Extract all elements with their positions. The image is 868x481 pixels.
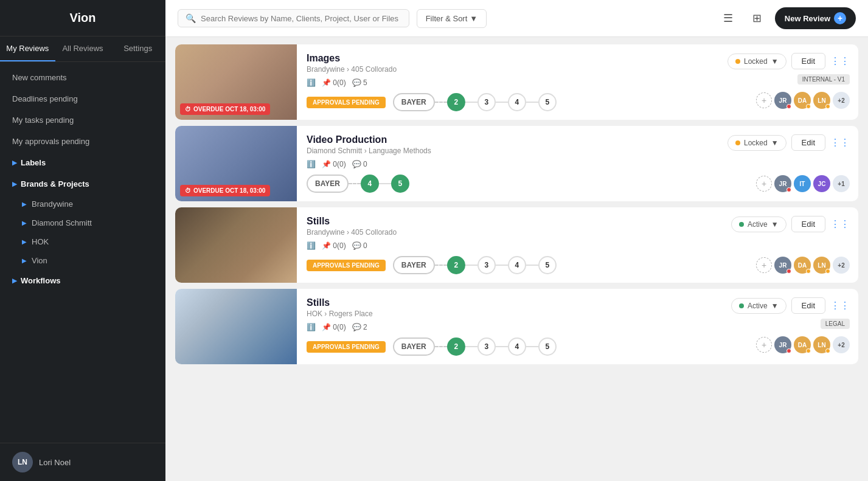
reviewer-dot-ln-sb — [825, 269, 830, 274]
sidebar-item-my-approvals-pending[interactable]: My approvals pending — [0, 131, 165, 152]
wf-step-4-sb: 4 — [508, 256, 526, 274]
comments-video: 💬 0 — [352, 160, 367, 168]
search-box[interactable]: 🔍 — [178, 9, 409, 27]
reviewer-ln-stills-brandywine: LN — [813, 257, 830, 274]
wf-line-sh-1 — [435, 346, 447, 347]
wf-label-images: BAYER — [393, 93, 435, 111]
sidebar-item-vion[interactable]: ▶ Vion — [0, 251, 165, 270]
wf-step-5-video: 5 — [391, 175, 409, 193]
wf-line-images-3 — [496, 102, 508, 103]
status-button-stills-brandywine[interactable]: Active ▼ — [731, 216, 786, 232]
review-thumb-images[interactable]: ⏱ OVERDUE OCT 18, 03:00 — [175, 44, 297, 120]
review-thumb-stills-hok[interactable] — [175, 289, 297, 364]
add-reviewer-button-images[interactable]: + — [756, 92, 772, 108]
wf-line-sh-4 — [526, 346, 538, 347]
more-button-images[interactable]: ⋮⋮ — [830, 55, 850, 67]
wf-step-5-sh: 5 — [538, 337, 557, 356]
reviewer-da-stills-brandywine: DA — [794, 257, 811, 274]
sidebar-item-brandywine[interactable]: ▶ Brandywine — [0, 195, 165, 213]
sidebar-item-new-comments[interactable]: New comments — [0, 67, 165, 88]
sidebar-footer: LN Lori Noel — [0, 443, 165, 481]
edit-button-video[interactable]: Edit — [791, 134, 825, 151]
more-button-stills-brandywine[interactable]: ⋮⋮ — [830, 218, 850, 230]
reviewer-avatars-images: + JR DA LN +2 — [756, 92, 850, 109]
tab-my-reviews[interactable]: My Reviews — [0, 36, 55, 61]
add-reviewer-button-stills-hok[interactable]: + — [756, 337, 772, 353]
pins-stills-hok: 📌 0(0) — [322, 323, 346, 331]
review-title-stills-brandywine[interactable]: Stills — [307, 216, 713, 227]
sidebar-section-brands[interactable]: ▶ Brands & Projects — [0, 173, 165, 195]
more-button-video[interactable]: ⋮⋮ — [830, 137, 850, 148]
tab-all-reviews[interactable]: All Reviews — [55, 36, 111, 61]
review-card-video: ⏱ OVERDUE OCT 18, 03:00 Video Production… — [175, 126, 858, 201]
pins-video: 📌 0(0) — [322, 160, 346, 168]
new-review-button[interactable]: New Review + — [775, 7, 856, 29]
topbar: 🔍 Filter & Sort ▼ ☰ ⊞ New Review + — [165, 0, 868, 37]
clock-icon-video: ⏱ — [185, 187, 191, 194]
app-logo: Vion — [0, 0, 165, 36]
sidebar-item-hok[interactable]: ▶ HOK — [0, 232, 165, 251]
review-title-images[interactable]: Images — [307, 53, 709, 64]
review-body-video: Video Production Diamond Schmitt › Langu… — [297, 126, 719, 201]
reviewer-more-stills-hok: +2 — [833, 336, 850, 353]
grid-view-button[interactable]: ⊞ — [746, 8, 768, 29]
edit-button-stills-brandywine[interactable]: Edit — [791, 216, 825, 232]
wf-line-images-4 — [526, 102, 538, 103]
reviewer-jr-video: JR — [774, 175, 791, 192]
more-button-stills-hok[interactable]: ⋮⋮ — [830, 300, 850, 311]
reviewer-dot-da-images — [806, 104, 811, 109]
review-title-stills-hok[interactable]: Stills — [307, 297, 713, 308]
review-meta-images: ℹ️ 📌 0(0) 💬 5 — [307, 78, 709, 87]
status-button-video[interactable]: Locked ▼ — [727, 135, 786, 151]
status-chevron-icon-video: ▼ — [771, 139, 779, 147]
review-subtitle-stills-brandywine: Brandywine › 405 Collorado — [307, 228, 713, 237]
workflow-stills-brandywine: BAYER 2 3 4 5 — [393, 256, 557, 274]
review-subtitle-stills-hok: HOK › Rogers Place — [307, 310, 713, 318]
search-input[interactable] — [201, 14, 401, 23]
review-meta-stills-brandywine: ℹ️ 📌 0(0) 💬 0 — [307, 241, 713, 250]
info-icon-stills-hok: ℹ️ — [307, 323, 316, 331]
edit-button-stills-hok[interactable]: Edit — [791, 297, 825, 314]
hok-arrow-icon: ▶ — [22, 238, 27, 245]
list-view-button[interactable]: ☰ — [717, 8, 739, 29]
reviewer-more-images: +2 — [833, 92, 850, 109]
wf-step-2-sb: 2 — [447, 256, 465, 274]
sidebar-item-diamond-schmitt[interactable]: ▶ Diamond Schmitt — [0, 213, 165, 232]
status-dot-images — [735, 59, 740, 64]
brandywine-arrow-icon: ▶ — [22, 201, 27, 207]
sidebar-item-my-tasks-pending[interactable]: My tasks pending — [0, 109, 165, 131]
hok-label: HOK — [32, 237, 49, 246]
add-reviewer-button-video[interactable]: + — [756, 176, 772, 192]
reviewer-dot-jr-images — [786, 104, 791, 109]
wf-line-sh-3 — [496, 346, 508, 347]
review-title-video[interactable]: Video Production — [307, 134, 709, 145]
workflows-arrow-icon: ▶ — [12, 277, 17, 284]
tag-images: INTERNAL - V1 — [797, 74, 850, 85]
wf-step-2-images: 2 — [447, 93, 465, 111]
wf-step-5-images: 5 — [538, 93, 557, 111]
overdue-badge-images: ⏱ OVERDUE OCT 18, 03:00 — [180, 103, 270, 115]
filter-sort-button[interactable]: Filter & Sort ▼ — [417, 9, 487, 28]
search-icon: 🔍 — [186, 13, 196, 23]
brands-arrow-icon: ▶ — [12, 181, 17, 187]
add-reviewer-button-stills-brandywine[interactable]: + — [756, 257, 772, 273]
wf-line-sb-1 — [435, 265, 447, 266]
sidebar-section-labels[interactable]: ▶ Labels — [0, 152, 165, 173]
sidebar-section-workflows[interactable]: ▶ Workflows — [0, 270, 165, 291]
new-review-plus-icon: + — [834, 12, 846, 24]
tab-settings[interactable]: Settings — [110, 36, 165, 61]
status-chevron-icon-images: ▼ — [771, 57, 779, 66]
vion-label: Vion — [32, 256, 47, 265]
wf-line-video-1 — [349, 183, 361, 184]
wf-line-images-2 — [465, 102, 477, 103]
status-dot-stills-brandywine — [739, 222, 744, 227]
status-button-images[interactable]: Locked ▼ — [727, 54, 786, 69]
status-button-stills-hok[interactable]: Active ▼ — [731, 298, 786, 314]
sidebar-item-deadlines-pending[interactable]: Deadlines pending — [0, 88, 165, 109]
review-thumb-video[interactable]: ⏱ OVERDUE OCT 18, 03:00 — [175, 126, 297, 201]
edit-button-images[interactable]: Edit — [791, 53, 825, 69]
status-dot-video — [735, 140, 740, 145]
review-right-video: Locked ▼ Edit ⋮⋮ + JR IT JC +1 — [719, 126, 858, 201]
review-thumb-stills-brandywine[interactable] — [175, 207, 297, 283]
status-label-stills-hok: Active — [748, 302, 768, 310]
